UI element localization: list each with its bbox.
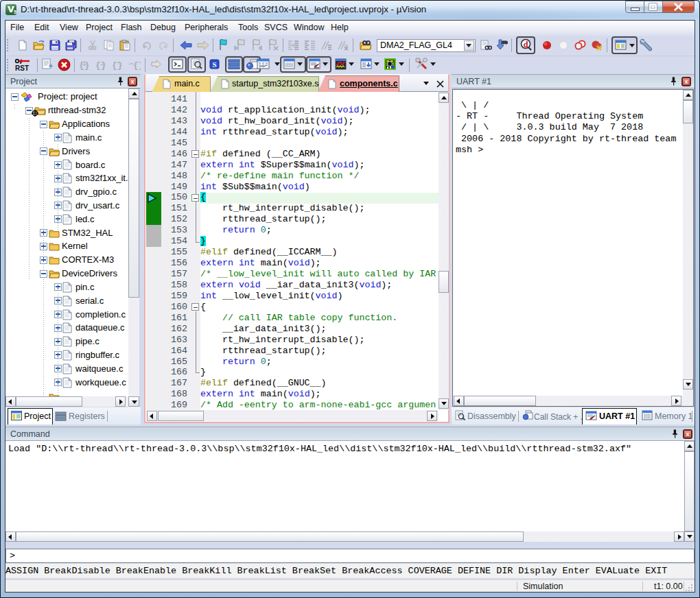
svg-text:d: d bbox=[524, 40, 528, 49]
svg-text:{}: {} bbox=[133, 60, 141, 70]
svg-text:5: 5 bbox=[14, 10, 16, 14]
svg-text:S: S bbox=[212, 60, 216, 69]
svg-text:RST: RST bbox=[15, 64, 29, 72]
svg-text:{}: {} bbox=[112, 60, 123, 70]
